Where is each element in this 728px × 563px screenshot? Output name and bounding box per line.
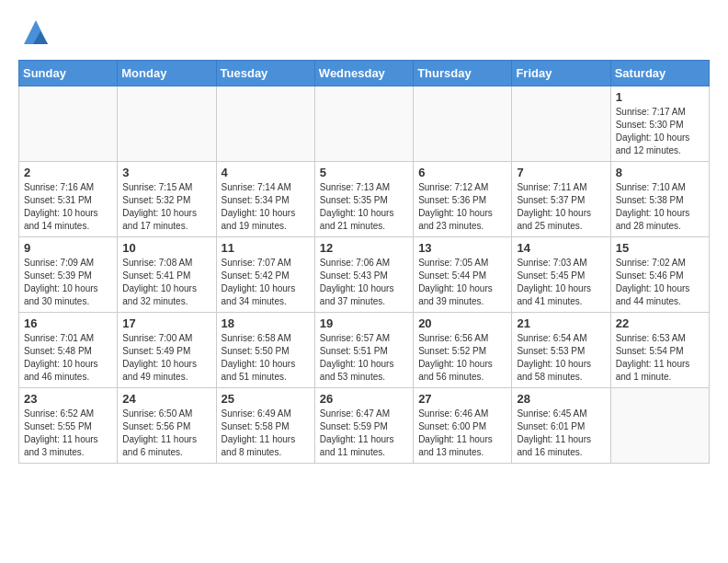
day-info: Sunrise: 7:05 AM Sunset: 5:44 PM Dayligh… [418, 257, 506, 308]
weekday-header: Sunday [19, 61, 118, 86]
calendar-cell: 6Sunrise: 7:12 AM Sunset: 5:36 PM Daylig… [414, 162, 512, 237]
weekday-header: Wednesday [314, 61, 413, 86]
day-number: 1 [616, 90, 704, 104]
day-info: Sunrise: 7:06 AM Sunset: 5:43 PM Dayligh… [320, 257, 408, 308]
calendar-cell: 20Sunrise: 6:56 AM Sunset: 5:52 PM Dayli… [414, 313, 512, 388]
day-info: Sunrise: 6:53 AM Sunset: 5:54 PM Dayligh… [616, 332, 704, 384]
day-info: Sunrise: 6:46 AM Sunset: 6:00 PM Dayligh… [418, 408, 506, 459]
day-info: Sunrise: 7:10 AM Sunset: 5:38 PM Dayligh… [616, 181, 704, 233]
day-number: 9 [24, 241, 112, 255]
calendar-cell: 4Sunrise: 7:14 AM Sunset: 5:34 PM Daylig… [216, 162, 314, 237]
logo-icon [22, 18, 50, 46]
day-number: 3 [122, 166, 210, 179]
day-info: Sunrise: 7:09 AM Sunset: 5:39 PM Dayligh… [24, 257, 112, 308]
weekday-header: Saturday [610, 61, 709, 86]
calendar-week-row: 1Sunrise: 7:17 AM Sunset: 5:30 PM Daylig… [19, 86, 710, 162]
day-info: Sunrise: 7:14 AM Sunset: 5:34 PM Dayligh… [222, 181, 310, 233]
day-info: Sunrise: 7:02 AM Sunset: 5:46 PM Dayligh… [616, 257, 704, 308]
calendar-cell [19, 86, 118, 162]
day-number: 26 [320, 392, 408, 406]
calendar-cell: 25Sunrise: 6:49 AM Sunset: 5:58 PM Dayli… [216, 388, 314, 464]
calendar-week-row: 16Sunrise: 7:01 AM Sunset: 5:48 PM Dayli… [19, 313, 710, 388]
day-number: 21 [517, 316, 605, 330]
day-number: 28 [517, 392, 605, 406]
day-number: 6 [418, 166, 506, 179]
calendar-header-row: SundayMondayTuesdayWednesdayThursdayFrid… [19, 61, 710, 86]
day-info: Sunrise: 6:52 AM Sunset: 5:55 PM Dayligh… [24, 408, 112, 459]
calendar-cell: 22Sunrise: 6:53 AM Sunset: 5:54 PM Dayli… [610, 313, 709, 388]
day-info: Sunrise: 6:56 AM Sunset: 5:52 PM Dayligh… [418, 332, 506, 384]
day-number: 16 [24, 316, 112, 330]
day-number: 14 [517, 241, 605, 255]
day-number: 10 [122, 241, 210, 255]
calendar-cell: 14Sunrise: 7:03 AM Sunset: 5:45 PM Dayli… [512, 237, 610, 313]
logo [18, 18, 50, 51]
day-info: Sunrise: 7:13 AM Sunset: 5:35 PM Dayligh… [320, 181, 408, 233]
day-info: Sunrise: 6:57 AM Sunset: 5:51 PM Dayligh… [320, 332, 408, 384]
calendar-cell: 26Sunrise: 6:47 AM Sunset: 5:59 PM Dayli… [314, 388, 413, 464]
day-info: Sunrise: 6:58 AM Sunset: 5:50 PM Dayligh… [222, 332, 310, 384]
calendar-cell: 23Sunrise: 6:52 AM Sunset: 5:55 PM Dayli… [19, 388, 118, 464]
day-number: 20 [418, 316, 506, 330]
calendar-cell [314, 86, 413, 162]
calendar-cell: 19Sunrise: 6:57 AM Sunset: 5:51 PM Dayli… [314, 313, 413, 388]
day-number: 2 [24, 166, 112, 179]
day-info: Sunrise: 6:50 AM Sunset: 5:56 PM Dayligh… [122, 408, 210, 459]
calendar-cell [216, 86, 314, 162]
day-number: 25 [222, 392, 310, 406]
day-info: Sunrise: 6:45 AM Sunset: 6:01 PM Dayligh… [517, 408, 605, 459]
calendar-cell: 9Sunrise: 7:09 AM Sunset: 5:39 PM Daylig… [19, 237, 118, 313]
calendar-cell: 24Sunrise: 6:50 AM Sunset: 5:56 PM Dayli… [118, 388, 216, 464]
day-info: Sunrise: 7:07 AM Sunset: 5:42 PM Dayligh… [222, 257, 310, 308]
calendar-cell: 7Sunrise: 7:11 AM Sunset: 5:37 PM Daylig… [512, 162, 610, 237]
day-number: 23 [24, 392, 112, 406]
day-number: 15 [616, 241, 704, 255]
day-number: 8 [616, 166, 704, 179]
calendar-cell: 2Sunrise: 7:16 AM Sunset: 5:31 PM Daylig… [19, 162, 118, 237]
calendar-cell: 21Sunrise: 6:54 AM Sunset: 5:53 PM Dayli… [512, 313, 610, 388]
calendar-week-row: 23Sunrise: 6:52 AM Sunset: 5:55 PM Dayli… [19, 388, 710, 464]
day-number: 22 [616, 316, 704, 330]
calendar-cell: 27Sunrise: 6:46 AM Sunset: 6:00 PM Dayli… [414, 388, 512, 464]
calendar-week-row: 9Sunrise: 7:09 AM Sunset: 5:39 PM Daylig… [19, 237, 710, 313]
day-number: 27 [418, 392, 506, 406]
day-number: 17 [122, 316, 210, 330]
weekday-header: Thursday [414, 61, 512, 86]
day-info: Sunrise: 7:01 AM Sunset: 5:48 PM Dayligh… [24, 332, 112, 384]
calendar-cell: 18Sunrise: 6:58 AM Sunset: 5:50 PM Dayli… [216, 313, 314, 388]
calendar-cell: 8Sunrise: 7:10 AM Sunset: 5:38 PM Daylig… [610, 162, 709, 237]
day-info: Sunrise: 7:00 AM Sunset: 5:49 PM Dayligh… [122, 332, 210, 384]
calendar-cell: 3Sunrise: 7:15 AM Sunset: 5:32 PM Daylig… [118, 162, 216, 237]
calendar-cell: 16Sunrise: 7:01 AM Sunset: 5:48 PM Dayli… [19, 313, 118, 388]
day-info: Sunrise: 7:11 AM Sunset: 5:37 PM Dayligh… [517, 181, 605, 233]
day-info: Sunrise: 6:47 AM Sunset: 5:59 PM Dayligh… [320, 408, 408, 459]
calendar-cell: 11Sunrise: 7:07 AM Sunset: 5:42 PM Dayli… [216, 237, 314, 313]
day-info: Sunrise: 7:17 AM Sunset: 5:30 PM Dayligh… [616, 106, 704, 157]
calendar-cell [512, 86, 610, 162]
calendar-cell: 10Sunrise: 7:08 AM Sunset: 5:41 PM Dayli… [118, 237, 216, 313]
calendar-cell: 13Sunrise: 7:05 AM Sunset: 5:44 PM Dayli… [414, 237, 512, 313]
weekday-header: Friday [512, 61, 610, 86]
day-number: 11 [222, 241, 310, 255]
day-info: Sunrise: 7:16 AM Sunset: 5:31 PM Dayligh… [24, 181, 112, 233]
calendar-week-row: 2Sunrise: 7:16 AM Sunset: 5:31 PM Daylig… [19, 162, 710, 237]
day-info: Sunrise: 7:08 AM Sunset: 5:41 PM Dayligh… [122, 257, 210, 308]
day-number: 5 [320, 166, 408, 179]
day-number: 13 [418, 241, 506, 255]
calendar-cell: 17Sunrise: 7:00 AM Sunset: 5:49 PM Dayli… [118, 313, 216, 388]
day-number: 4 [222, 166, 310, 179]
calendar-cell: 12Sunrise: 7:06 AM Sunset: 5:43 PM Dayli… [314, 237, 413, 313]
calendar-cell: 1Sunrise: 7:17 AM Sunset: 5:30 PM Daylig… [610, 86, 709, 162]
day-info: Sunrise: 6:54 AM Sunset: 5:53 PM Dayligh… [517, 332, 605, 384]
day-info: Sunrise: 6:49 AM Sunset: 5:58 PM Dayligh… [222, 408, 310, 459]
calendar-cell [610, 388, 709, 464]
day-number: 24 [122, 392, 210, 406]
day-number: 18 [222, 316, 310, 330]
calendar-cell [118, 86, 216, 162]
weekday-header: Monday [118, 61, 216, 86]
day-number: 12 [320, 241, 408, 255]
weekday-header: Tuesday [216, 61, 314, 86]
calendar-cell: 15Sunrise: 7:02 AM Sunset: 5:46 PM Dayli… [610, 237, 709, 313]
calendar-cell: 5Sunrise: 7:13 AM Sunset: 5:35 PM Daylig… [314, 162, 413, 237]
day-info: Sunrise: 7:03 AM Sunset: 5:45 PM Dayligh… [517, 257, 605, 308]
